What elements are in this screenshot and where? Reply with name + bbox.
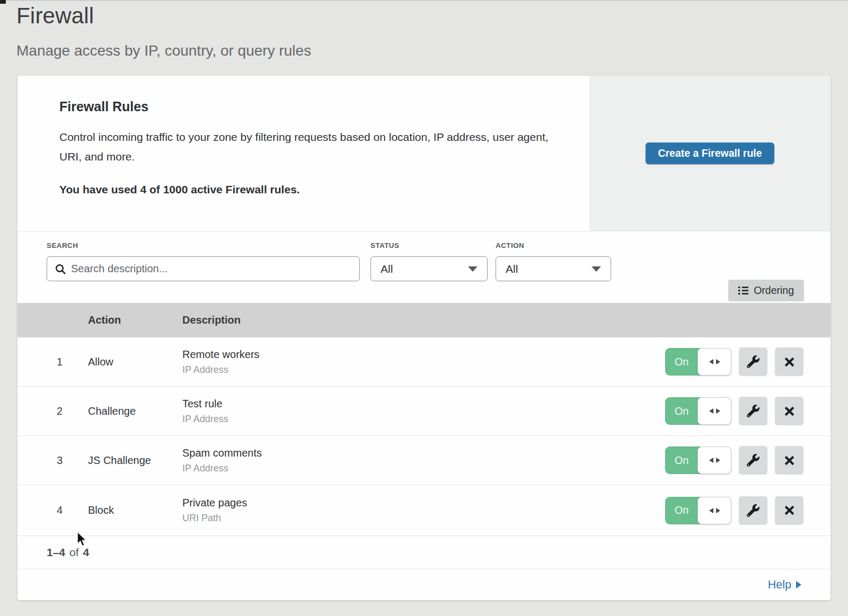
search-icon (55, 264, 66, 275)
status-select[interactable]: All (370, 256, 488, 281)
toggle-on-label: On (665, 397, 698, 425)
section-heading: Firewall Rules (59, 99, 558, 114)
rule-description: Private pages (182, 497, 665, 509)
help-link-label: Help (768, 578, 791, 592)
pagination-of: of (69, 546, 79, 559)
delete-rule-button[interactable] (775, 446, 803, 475)
table-row: 1 Allow Remote workers IP Address On (17, 337, 831, 387)
rule-description-cell: Private pages URI Path (182, 497, 665, 524)
close-icon (784, 455, 795, 466)
overview-section: Firewall Rules Control incoming traffic … (17, 76, 831, 231)
arrow-right-icon (796, 581, 801, 588)
table-row: 3 JS Challenge Spam comments IP Address … (17, 436, 831, 485)
search-label: SEARCH (47, 242, 360, 249)
edit-rule-button[interactable] (739, 397, 767, 425)
caret-left-icon (709, 359, 713, 364)
wrench-icon (747, 504, 759, 517)
rule-action: JS Challenge (88, 454, 182, 467)
table-row: 2 Challenge Test rule IP Address On (17, 387, 831, 436)
wrench-icon (747, 405, 759, 417)
rule-action: Allow (88, 356, 182, 368)
chevron-down-icon (468, 266, 478, 272)
toggle-knob[interactable] (697, 497, 731, 524)
rule-match-type: URI Path (182, 513, 665, 524)
edit-rule-button[interactable] (739, 446, 767, 475)
usage-summary: You have used 4 of 1000 active Firewall … (59, 183, 558, 196)
table-row: 4 Block Private pages URI Path On (17, 485, 831, 536)
ordering-button[interactable]: Ordering (728, 280, 804, 301)
page-header: Firewall Manage access by IP, country, o… (16, 3, 311, 59)
caret-left-icon (709, 408, 713, 414)
toggle-knob[interactable] (697, 397, 731, 425)
rule-priority: 2 (17, 405, 88, 417)
help-link[interactable]: Help (768, 578, 801, 592)
rule-description: Spam comments (182, 447, 665, 459)
delete-rule-button[interactable] (775, 496, 803, 525)
rule-enabled-toggle[interactable]: On (665, 447, 731, 474)
section-description: Control incoming traffic to your zone by… (59, 127, 558, 166)
rule-description-cell: Remote workers IP Address (182, 349, 665, 376)
create-firewall-rule-button[interactable]: Create a Firewall rule (646, 142, 774, 164)
action-column-header: Action (88, 314, 182, 326)
close-icon (784, 406, 795, 417)
rule-description-cell: Spam comments IP Address (182, 447, 665, 474)
rule-description: Remote workers (182, 349, 665, 361)
page-title: Firewall (16, 3, 311, 29)
pagination-range: 1–4 (47, 546, 65, 559)
rule-match-type: IP Address (182, 414, 665, 425)
rule-description: Test rule (182, 398, 665, 410)
search-input[interactable] (47, 257, 359, 281)
edit-rule-button[interactable] (739, 347, 767, 376)
rule-controls: On (665, 347, 831, 376)
rule-priority: 3 (17, 454, 88, 467)
filter-bar: SEARCH STATUS All ACTION All (17, 231, 831, 303)
toggle-on-label: On (665, 447, 698, 474)
status-label: STATUS (370, 242, 488, 249)
rule-enabled-toggle[interactable]: On (665, 348, 731, 376)
edit-rule-button[interactable] (739, 496, 767, 525)
close-icon (784, 356, 795, 368)
toggle-knob[interactable] (697, 348, 731, 376)
rule-priority: 4 (17, 504, 88, 516)
rule-match-type: IP Address (182, 364, 665, 376)
rule-controls: On (665, 446, 831, 475)
caret-right-icon (716, 359, 720, 364)
action-select[interactable]: All (496, 256, 611, 281)
window-top-edge (0, 0, 848, 2)
caret-right-icon (716, 508, 720, 513)
wrench-icon (747, 355, 759, 368)
pagination-total: 4 (83, 546, 90, 559)
action-select-value: All (506, 263, 518, 275)
help-row: Help (17, 569, 831, 600)
pagination: 1–4 of 4 (17, 536, 831, 569)
wrench-icon (747, 454, 759, 467)
chevron-down-icon (591, 266, 601, 272)
search-box[interactable] (47, 256, 360, 281)
ordering-button-label: Ordering (754, 284, 794, 297)
delete-rule-button[interactable] (775, 397, 803, 425)
rules-table-body: 1 Allow Remote workers IP Address On (17, 337, 831, 536)
status-select-value: All (381, 263, 393, 275)
screen-corner-artifact (0, 0, 6, 4)
delete-rule-button[interactable] (775, 347, 803, 376)
toggle-on-label: On (665, 348, 698, 376)
cta-panel: Create a Firewall rule (589, 76, 831, 231)
rule-description-cell: Test rule IP Address (182, 398, 665, 425)
list-ordering-icon (738, 285, 748, 296)
description-column-header: Description (182, 314, 831, 326)
caret-left-icon (709, 458, 713, 463)
rule-enabled-toggle[interactable]: On (665, 497, 731, 524)
rule-controls: On (665, 397, 831, 425)
rule-controls: On (665, 496, 831, 525)
toggle-knob[interactable] (697, 447, 731, 474)
rule-enabled-toggle[interactable]: On (665, 397, 731, 425)
rule-action: Block (88, 504, 182, 516)
table-header-row: Action Description (17, 303, 831, 337)
page-subtitle: Manage access by IP, country, or query r… (16, 42, 311, 59)
toggle-on-label: On (665, 497, 698, 524)
rule-priority: 1 (17, 356, 88, 368)
caret-right-icon (716, 458, 720, 463)
caret-left-icon (709, 508, 713, 513)
rule-match-type: IP Address (182, 463, 665, 474)
close-icon (784, 505, 795, 516)
